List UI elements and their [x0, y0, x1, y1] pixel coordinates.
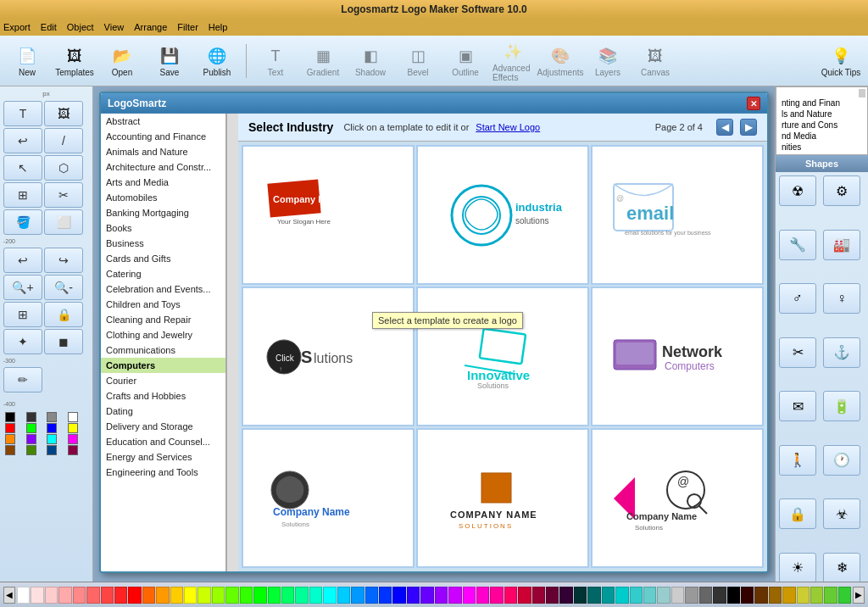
- color-brown[interactable]: [5, 445, 15, 455]
- category-item[interactable]: Celebration and Events...: [101, 281, 225, 297]
- gradient-button[interactable]: ▦ Gradient: [303, 44, 343, 77]
- category-item[interactable]: Communications: [101, 342, 225, 358]
- pointer-tool[interactable]: ↖: [3, 155, 42, 181]
- templates-button[interactable]: 🖼 Templates: [54, 44, 95, 77]
- color-swatch[interactable]: [323, 587, 336, 604]
- color-swatch[interactable]: [114, 587, 127, 604]
- color-swatch[interactable]: [281, 587, 294, 604]
- shape-anchor[interactable]: ⚓: [823, 337, 860, 368]
- category-scrollbar[interactable]: [226, 114, 238, 571]
- open-button[interactable]: 📂 Open: [102, 44, 142, 77]
- color-swatch[interactable]: [31, 587, 43, 604]
- shape-female[interactable]: ♀: [823, 283, 860, 314]
- color-swatch[interactable]: [490, 587, 503, 604]
- color-swatch[interactable]: [198, 587, 210, 604]
- color-swatch[interactable]: [45, 587, 58, 604]
- color-swatch[interactable]: [754, 587, 767, 604]
- color-orange[interactable]: [5, 434, 15, 444]
- color-swatch[interactable]: [295, 587, 308, 604]
- undo-tool[interactable]: ↩: [3, 128, 42, 153]
- publish-button[interactable]: 🌐 Publish: [197, 44, 237, 77]
- color-swatch[interactable]: [769, 587, 782, 604]
- category-item[interactable]: Arts and Media: [101, 175, 225, 190]
- category-item[interactable]: Cards and Gifts: [101, 251, 225, 266]
- template-2[interactable]: industria solutions: [416, 145, 589, 285]
- color-swatch[interactable]: [476, 587, 489, 604]
- color-swatch[interactable]: [212, 587, 225, 604]
- color-swatch[interactable]: [713, 587, 726, 604]
- color-purple[interactable]: [26, 434, 36, 444]
- color-red[interactable]: [5, 423, 15, 433]
- color-swatch[interactable]: [559, 587, 572, 604]
- color-mid[interactable]: [47, 412, 57, 422]
- color-swatch[interactable]: [253, 587, 266, 604]
- category-list[interactable]: AbstractAccounting and FinanceAnimals an…: [101, 114, 226, 571]
- effect-tool[interactable]: ✦: [3, 329, 42, 354]
- category-item[interactable]: Catering: [101, 266, 225, 281]
- image-tool[interactable]: 🖼: [44, 101, 83, 126]
- zoom-out-tool[interactable]: 🔍-: [44, 275, 83, 300]
- category-item[interactable]: Dating: [101, 404, 225, 419]
- category-item[interactable]: Computers: [101, 358, 225, 373]
- shape-tools[interactable]: 🔧: [779, 230, 816, 260]
- color-swatch[interactable]: [699, 587, 712, 604]
- redo2-tool[interactable]: ↪: [44, 248, 83, 273]
- color-swatch[interactable]: [797, 587, 810, 604]
- category-item[interactable]: Books: [101, 220, 225, 236]
- eraser-tool[interactable]: ⬜: [44, 209, 83, 235]
- category-item[interactable]: Business: [101, 236, 225, 251]
- shape-scissors[interactable]: ✂: [779, 337, 816, 368]
- line-tool[interactable]: /: [44, 128, 83, 153]
- grid-tool[interactable]: ⊞: [3, 302, 42, 327]
- color-cyan[interactable]: [47, 434, 57, 444]
- fill-tool[interactable]: 🪣: [3, 209, 42, 235]
- color-swatch[interactable]: [351, 587, 364, 604]
- shape-sun[interactable]: ☀: [779, 553, 816, 583]
- color-swatch[interactable]: [630, 587, 643, 604]
- template-6[interactable]: Network Computers: [591, 287, 764, 426]
- color-swatch[interactable]: [420, 587, 433, 604]
- menu-help[interactable]: Help: [209, 22, 228, 32]
- color-swatch[interactable]: [17, 587, 30, 604]
- prev-page-button[interactable]: ◀: [716, 119, 733, 136]
- menu-edit[interactable]: Edit: [41, 22, 57, 32]
- text-button[interactable]: T Text: [255, 44, 296, 77]
- shadow-button[interactable]: ◧ Shadow: [350, 44, 391, 77]
- shape-gear[interactable]: ⚙: [823, 175, 860, 206]
- category-item[interactable]: Crafts and Hobbies: [101, 388, 225, 404]
- template-3[interactable]: @ email email solutions for your busines…: [591, 145, 764, 285]
- category-item[interactable]: Energy and Services: [101, 449, 225, 465]
- template-4[interactable]: Click ↑ S lutions: [242, 287, 415, 426]
- dialog-close-button[interactable]: ✕: [747, 97, 760, 110]
- color-swatch[interactable]: [435, 587, 448, 604]
- quick-tips-button[interactable]: 💡 Quick Tips: [821, 44, 861, 77]
- color-swatch[interactable]: [671, 587, 684, 604]
- shape-lock[interactable]: 🔒: [779, 498, 816, 529]
- lock-tool[interactable]: 🔒: [44, 302, 83, 327]
- color-swatch[interactable]: [156, 587, 169, 604]
- color-swatch[interactable]: [407, 587, 420, 604]
- color-swatch[interactable]: [128, 587, 141, 604]
- shape-male[interactable]: ♂: [779, 283, 816, 314]
- redo-tool[interactable]: ↩: [3, 248, 42, 273]
- color-swatch[interactable]: [574, 587, 587, 604]
- color-swatch[interactable]: [184, 587, 197, 604]
- menu-object[interactable]: Object: [67, 22, 94, 32]
- next-page-button[interactable]: ▶: [740, 119, 757, 136]
- advanced-effects-button[interactable]: ✨ Advanced Effects: [492, 40, 533, 82]
- color-white[interactable]: [68, 412, 78, 422]
- color-swatch[interactable]: [532, 587, 545, 604]
- category-item[interactable]: Animals and Nature: [101, 144, 225, 159]
- color-swatch[interactable]: [615, 587, 628, 604]
- template-1[interactable]: Company Name Your Slogan Here: [242, 145, 415, 285]
- template-9[interactable]: @ Company Name Solutions: [591, 428, 764, 568]
- save-button[interactable]: 💾 Save: [149, 44, 190, 77]
- color-swatch[interactable]: [685, 587, 698, 604]
- scissors-tool[interactable]: ✂: [44, 182, 83, 208]
- template-5[interactable]: Innovative Solutions: [416, 287, 589, 426]
- color-black[interactable]: [5, 412, 15, 422]
- text-tool[interactable]: T: [3, 101, 42, 126]
- color-swatch[interactable]: [587, 587, 600, 604]
- shape-battery[interactable]: 🔋: [823, 391, 860, 421]
- new-button[interactable]: 📄 New: [7, 44, 47, 77]
